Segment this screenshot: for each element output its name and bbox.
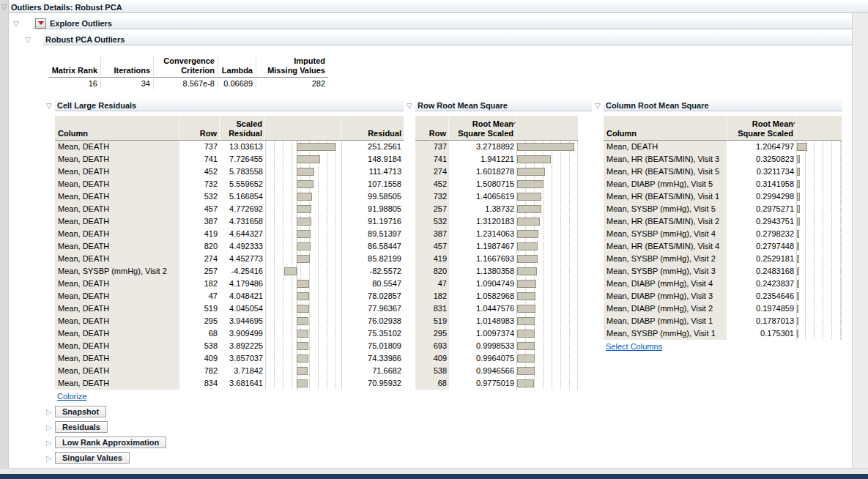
- disclosure-snapshot-icon[interactable]: [46, 408, 52, 416]
- table-row[interactable]: Mean, SYSBP (mmHg), Visit 2257-4.25416-8…: [55, 265, 404, 278]
- table-row[interactable]: 4090.9964075: [415, 352, 578, 365]
- table-row[interactable]: Mean, DIABP (mmHg), Visit 50.3141958: [604, 178, 842, 190]
- table-row[interactable]: Mean, DEATH2953.94469576.02938: [55, 315, 404, 327]
- disclosure-residuals-icon[interactable]: [46, 423, 52, 431]
- table-row[interactable]: Mean, DIABP (mmHg), Visit 10.1787013: [604, 315, 842, 327]
- table-row[interactable]: Mean, DEATH4574.77269291.98805: [55, 203, 404, 215]
- table-row[interactable]: Mean, DEATH4093.85703774.33986: [55, 352, 404, 365]
- outline-button-residuals[interactable]: Residuals: [55, 421, 108, 433]
- red-triangle-menu-icon[interactable]: [35, 18, 46, 29]
- table-row[interactable]: 4521.5080715: [415, 178, 578, 190]
- table-row[interactable]: Mean, HR (BEATS/MIN), Visit 10.2994298: [604, 190, 842, 203]
- crms-table-header: Column Root Mean Square Scaled: [604, 116, 842, 141]
- clr-residual-header[interactable]: Residual: [342, 116, 404, 140]
- table-row[interactable]: Mean, DEATH8204.49233386.58447: [55, 240, 404, 253]
- table-row[interactable]: 7321.4065619: [415, 190, 578, 203]
- table-row[interactable]: 7411.941221: [415, 153, 578, 166]
- table-row[interactable]: 471.0904749: [415, 278, 578, 290]
- table-row[interactable]: Mean, DEATH3874.73165891.19716: [55, 215, 404, 228]
- disclosure-singular-values-icon[interactable]: [46, 454, 52, 462]
- clr-bar-chart-header[interactable]: [265, 116, 342, 140]
- table-row[interactable]: 8201.1380358: [415, 265, 578, 278]
- table-row[interactable]: 5380.9946566: [415, 365, 578, 377]
- disclosure-cell-large-residuals-icon[interactable]: [46, 102, 52, 110]
- outline-button-low-rank-approximation[interactable]: Low Rank Approximation: [55, 437, 166, 448]
- disclosure-row-root-mean-square-icon[interactable]: [407, 102, 412, 110]
- table-row[interactable]: 8311.0447576: [415, 302, 578, 315]
- table-row[interactable]: Mean, SYSBP (mmHg), Visit 20.2529181: [604, 253, 842, 265]
- table-row[interactable]: 6930.9998533: [415, 340, 578, 352]
- table-row[interactable]: 5191.0148983: [415, 315, 578, 327]
- table-row[interactable]: Mean, DIABP (mmHg), Visit 20.1974859: [604, 302, 842, 315]
- table-row[interactable]: Mean, DEATH474.04842178.02857: [55, 290, 404, 302]
- table-row[interactable]: Mean, SYSBP (mmHg), Visit 30.2483168: [604, 265, 842, 278]
- table-row[interactable]: Mean, DEATH7325.559652107.1558: [55, 178, 404, 190]
- bar-cell: [516, 215, 578, 228]
- table-row[interactable]: Mean, DEATH5325.16685499.58505: [55, 190, 404, 203]
- rrms-value-header[interactable]: Root Mean Square Scaled: [449, 116, 516, 140]
- table-row[interactable]: Mean, HR (BEATS/MIN), Visit 20.2943751: [604, 215, 842, 228]
- table-row[interactable]: Mean, DEATH1.2064797: [604, 141, 842, 153]
- clr-row-header[interactable]: Row: [179, 116, 220, 140]
- table-row[interactable]: 2741.6018278: [415, 166, 578, 178]
- table-row[interactable]: 2951.0097374: [415, 327, 578, 340]
- rrms-row-header[interactable]: Row: [415, 116, 449, 140]
- table-row[interactable]: Mean, SYSBP (mmHg), Visit 40.2798232: [604, 228, 842, 240]
- table-row[interactable]: Mean, DEATH5383.89222575.01809: [55, 340, 404, 352]
- crms-column-header[interactable]: Column: [604, 116, 727, 140]
- stat-lambda-value: 0.06689: [218, 78, 256, 89]
- crms-bar-chart-header[interactable]: [796, 116, 842, 140]
- outline-button-snapshot[interactable]: Snapshot: [55, 406, 106, 417]
- panel-header-row-root-mean-square[interactable]: Row Root Mean Square: [415, 100, 592, 111]
- cell: 0.3141958: [727, 178, 796, 190]
- table-row[interactable]: Mean, DEATH4525.783558111.4713: [55, 166, 404, 178]
- table-row[interactable]: 4191.1667693: [415, 253, 578, 265]
- disclosure-robust-pca-outliers-icon[interactable]: [25, 36, 31, 44]
- table-row[interactable]: Mean, DIABP (mmHg), Visit 40.2423837: [604, 278, 842, 290]
- table-row[interactable]: Mean, DEATH5194.04505477.96367: [55, 302, 404, 315]
- table-row[interactable]: 4571.1987467: [415, 240, 578, 253]
- disclosure-explore-outliers-icon[interactable]: [13, 20, 19, 28]
- cell: 5.559652: [220, 178, 265, 190]
- table-row[interactable]: Mean, SYSBP (mmHg), Visit 10.175301: [604, 327, 842, 340]
- table-row[interactable]: 2571.38732: [415, 203, 578, 215]
- select-columns-link[interactable]: Select Columns: [606, 342, 662, 351]
- panel-header-column-root-mean-square[interactable]: Column Root Mean Square: [604, 100, 842, 111]
- rrms-bar-chart-header[interactable]: [516, 116, 578, 140]
- table-row[interactable]: 3871.2314063: [415, 228, 578, 240]
- bar-cell: [265, 265, 342, 278]
- table-row[interactable]: Mean, DEATH8343.68164170.95932: [55, 377, 404, 390]
- table-row[interactable]: 680.9775019: [415, 377, 578, 390]
- table-row[interactable]: Mean, DEATH2744.45277385.82199: [55, 253, 404, 265]
- table-row[interactable]: Mean, DEATH7823.7184271.6682: [55, 365, 404, 377]
- disclosure-column-root-mean-square-icon[interactable]: [595, 102, 601, 110]
- table-row[interactable]: Mean, SYSBP (mmHg), Visit 50.2975271: [604, 203, 842, 215]
- crms-value-header[interactable]: Root Mean Square Scaled: [727, 116, 796, 140]
- cell: 257: [415, 203, 449, 215]
- panel-header-cell-large-residuals[interactable]: Cell Large Residuals: [55, 100, 404, 111]
- value-bar: [797, 317, 798, 325]
- table-row[interactable]: Mean, DEATH7417.726455148.9184: [55, 153, 404, 166]
- outline-header-robust-pca-outliers[interactable]: Robust PCA Outliers: [43, 34, 852, 45]
- disclosure-outliers-details-icon[interactable]: [1, 3, 7, 11]
- value-bar: [517, 155, 551, 163]
- table-row[interactable]: Mean, DEATH4194.64432789.51397: [55, 228, 404, 240]
- table-row[interactable]: Mean, DIABP (mmHg), Visit 30.2354646: [604, 290, 842, 302]
- disclosure-low-rank-approximation-icon[interactable]: [46, 439, 52, 447]
- outline-button-singular-values[interactable]: Singular Values: [55, 452, 130, 464]
- table-row[interactable]: Mean, DEATH683.90949975.35102: [55, 327, 404, 340]
- table-row[interactable]: Mean, DEATH73713.03613251.2561: [55, 141, 404, 153]
- table-row[interactable]: Mean, HR (BEATS/MIN), Visit 30.3250823: [604, 153, 842, 166]
- outline-header-explore-outliers[interactable]: Explore Outliers: [32, 18, 852, 29]
- table-row[interactable]: Mean, HR (BEATS/MIN), Visit 50.3211734: [604, 166, 842, 178]
- table-row[interactable]: Mean, DEATH1824.17948680.5547: [55, 278, 404, 290]
- colorize-link[interactable]: Colorize: [57, 392, 86, 401]
- table-row[interactable]: Mean, HR (BEATS/MIN), Visit 40.2797448: [604, 240, 842, 253]
- outline-header-outliers-details[interactable]: Outliers Details: Robust PCA: [9, 1, 868, 13]
- clr-column-header[interactable]: Column: [55, 116, 179, 140]
- cell: 1.0097374: [449, 327, 516, 340]
- table-row[interactable]: 1821.0582968: [415, 290, 578, 302]
- table-row[interactable]: 7373.2718892: [415, 141, 578, 153]
- clr-scaled-residual-header[interactable]: Scaled Residual: [220, 116, 265, 140]
- table-row[interactable]: 5321.3120183: [415, 215, 578, 228]
